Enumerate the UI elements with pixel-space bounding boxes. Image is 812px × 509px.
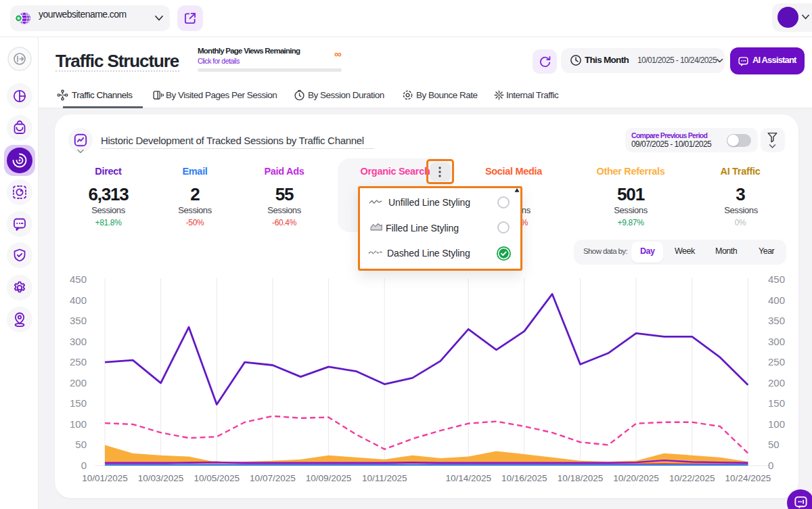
- svg-text:10/03/2025: 10/03/2025: [138, 473, 184, 483]
- svg-text:100: 100: [768, 418, 785, 430]
- svg-text:100: 100: [70, 418, 87, 430]
- svg-text:10/05/2025: 10/05/2025: [194, 473, 240, 483]
- svg-text:150: 150: [768, 397, 785, 409]
- svg-text:250: 250: [70, 356, 87, 368]
- svg-text:10/18/2025: 10/18/2025: [558, 473, 604, 483]
- svg-text:10/20/2025: 10/20/2025: [613, 473, 659, 483]
- svg-text:250: 250: [768, 356, 785, 368]
- svg-text:0: 0: [768, 460, 773, 471]
- svg-text:300: 300: [768, 336, 785, 347]
- svg-text:350: 350: [768, 315, 785, 326]
- svg-text:10/07/2025: 10/07/2025: [250, 473, 296, 483]
- svg-text:10/14/2025: 10/14/2025: [445, 473, 491, 483]
- svg-text:0: 0: [81, 460, 87, 471]
- svg-text:300: 300: [70, 336, 87, 347]
- svg-text:200: 200: [70, 377, 87, 389]
- svg-text:10/22/2025: 10/22/2025: [669, 473, 715, 483]
- svg-text:200: 200: [768, 377, 785, 389]
- svg-text:400: 400: [70, 294, 87, 306]
- svg-text:10/16/2025: 10/16/2025: [501, 473, 547, 483]
- svg-text:10/09/2025: 10/09/2025: [306, 473, 352, 483]
- svg-text:10/24/2025: 10/24/2025: [725, 473, 771, 483]
- svg-text:150: 150: [70, 397, 87, 409]
- svg-text:50: 50: [75, 439, 87, 450]
- svg-text:400: 400: [768, 294, 785, 306]
- svg-text:450: 450: [70, 273, 87, 285]
- svg-text:50: 50: [768, 439, 780, 450]
- svg-text:350: 350: [70, 315, 87, 326]
- svg-text:10/01/2025: 10/01/2025: [82, 473, 128, 483]
- svg-text:10/11/2025: 10/11/2025: [362, 473, 407, 483]
- svg-text:450: 450: [768, 273, 785, 285]
